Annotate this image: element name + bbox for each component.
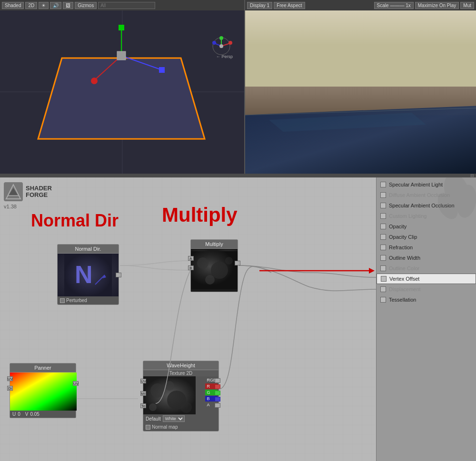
- svg-point-48: [180, 402, 192, 413]
- node-multiply[interactable]: Multiply A B: [190, 239, 238, 292]
- sf-logo-svg: [4, 182, 23, 201]
- panel-label-4: Opacity: [389, 224, 407, 229]
- image-icon[interactable]: 🖼: [63, 2, 73, 9]
- svg-marker-3: [38, 58, 205, 139]
- waveheight-normalmap[interactable]: Normal map: [143, 423, 218, 431]
- label-normal-dir: Normal Dir: [31, 211, 119, 231]
- panel-item-refraction[interactable]: Refraction: [377, 242, 476, 253]
- waveheight-uv-port: UV: [140, 379, 146, 383]
- panner-uv-out: UV: [73, 381, 79, 386]
- panel-item-displacement[interactable]: Displacement: [377, 284, 476, 294]
- panner-svg: [10, 373, 77, 411]
- normaldir-output-port: [116, 273, 121, 277]
- panel-item-tessellation[interactable]: Tessellation: [377, 294, 476, 305]
- panel-item-outline-width[interactable]: Outline Width: [377, 253, 476, 263]
- sun-icon[interactable]: ☀: [39, 2, 49, 9]
- panel-checkbox-2[interactable]: [380, 203, 386, 208]
- svg-rect-11: [117, 51, 126, 60]
- node-normal-dir[interactable]: Normal Dir. N: [57, 244, 119, 305]
- panel-checkbox-5[interactable]: [380, 234, 386, 240]
- scene-search[interactable]: [98, 2, 155, 9]
- panel-checkbox-8[interactable]: [380, 265, 386, 271]
- svg-text:N: N: [75, 261, 93, 288]
- shader-forge-area[interactable]: SHADER FORGE v1.38 Normal Dir Multiply N…: [0, 177, 476, 461]
- panel-checkbox-7[interactable]: [380, 255, 386, 261]
- panel-label-9: Vertex Offset: [389, 276, 419, 282]
- panel-label-11: Tessellation: [389, 297, 416, 303]
- svg-rect-8: [159, 67, 165, 73]
- svg-point-45: [150, 383, 165, 398]
- waveheight-preview-svg: [143, 376, 196, 414]
- sf-version: v1.38: [4, 204, 17, 209]
- normalmap-checkbox[interactable]: [146, 425, 150, 430]
- waveheight-default-select[interactable]: White: [163, 415, 185, 422]
- multiply-port-b: B: [188, 265, 194, 270]
- panel-checkbox-4[interactable]: [380, 224, 386, 229]
- waveheight-b-port: [215, 397, 220, 402]
- svg-point-18: [212, 41, 216, 45]
- panel-label-6: Refraction: [389, 245, 413, 250]
- panel-label-8: Outline Color: [389, 265, 419, 271]
- panel-checkbox-10[interactable]: [380, 286, 386, 292]
- game-toolbar: Display 1 Free Aspect Scale ——— 1x Maxim…: [245, 0, 476, 10]
- waveheight-subheader: Texture 2D: [143, 370, 218, 376]
- panel-checkbox-9[interactable]: [381, 276, 387, 282]
- svg-point-39: [197, 257, 208, 269]
- panel-label-7: Outline Width: [389, 255, 420, 261]
- multiply-preview: [191, 249, 238, 292]
- audio-icon[interactable]: 🔊: [50, 2, 61, 9]
- svg-text:← Persp: ← Persp: [216, 54, 233, 59]
- shading-dropdown[interactable]: Shaded: [2, 2, 24, 9]
- shader-panel: Specular Ambient LightDiffuse Ambient Oc…: [376, 177, 476, 461]
- panner-header: Panner: [10, 363, 76, 373]
- svg-point-49: [149, 403, 157, 411]
- svg-rect-21: [245, 10, 476, 87]
- panel-checkbox-11[interactable]: [380, 297, 386, 303]
- node-waveheight[interactable]: WaveHeight Texture 2D UV MI Te: [143, 361, 219, 432]
- display-dropdown[interactable]: Display 1: [247, 2, 272, 9]
- normaldir-svg: N: [64, 254, 112, 296]
- normaldir-header: Normal Dir.: [58, 245, 119, 254]
- sf-icon: [4, 182, 23, 201]
- svg-point-40: [211, 262, 228, 279]
- panel-label-0: Specular Ambient Light: [389, 182, 443, 187]
- perturbed-checkbox[interactable]: [60, 298, 65, 303]
- panel-checkbox-0[interactable]: [380, 182, 386, 187]
- svg-point-10: [91, 78, 98, 84]
- panel-checkbox-6[interactable]: [380, 245, 386, 250]
- waveheight-a-port: [215, 403, 220, 408]
- panel-label-3: Custom Lighting: [389, 213, 427, 219]
- multiply-svg: [191, 251, 238, 289]
- node-panner[interactable]: Panner UV Di UV: [10, 363, 76, 418]
- panel-item-vertex-offset[interactable]: Vertex Offset: [377, 274, 476, 284]
- mute-btn[interactable]: Mut: [460, 2, 474, 9]
- svg-point-42: [225, 257, 233, 265]
- panner-uv-in: UV: [7, 376, 13, 381]
- waveheight-r-port: [215, 384, 220, 389]
- panner-preview: [10, 373, 76, 411]
- maximize-play-btn[interactable]: Maximize On Play: [415, 2, 459, 9]
- gizmos-dropdown[interactable]: Gizmos: [75, 2, 97, 9]
- svg-point-19: [219, 44, 223, 48]
- panel-checkbox-3[interactable]: [380, 213, 386, 219]
- waveheight-default-row: Default White: [143, 414, 218, 423]
- svg-point-16: [219, 36, 223, 40]
- multiply-port-a: A: [188, 256, 194, 261]
- game-svg: [245, 10, 476, 174]
- panel-label-5: Opacity Clip: [389, 234, 417, 240]
- top-viewports: Shaded 2D ☀ 🔊 🖼 Gizmos: [0, 0, 476, 174]
- panel-checkbox-1[interactable]: [380, 192, 386, 198]
- mode-2d-btn[interactable]: 2D: [25, 2, 37, 9]
- scene-viewport[interactable]: Shaded 2D ☀ 🔊 🖼 Gizmos: [0, 0, 245, 174]
- leaves-decoration: [438, 177, 476, 235]
- aspect-dropdown[interactable]: Free Aspect: [274, 2, 305, 9]
- panel-item-outline-color[interactable]: Outline Color: [377, 263, 476, 274]
- label-multiply: Multiply: [162, 204, 238, 226]
- svg-rect-6: [119, 25, 124, 30]
- scene-svg: ← Persp: [0, 10, 244, 174]
- normaldir-perturbed[interactable]: Perturbed: [58, 296, 119, 304]
- viewport-divider: ⊟: [0, 174, 476, 177]
- waveheight-g-port: [215, 391, 220, 395]
- game-viewport[interactable]: Display 1 Free Aspect Scale ——— 1x Maxim…: [245, 0, 476, 174]
- waveheight-tex-port: Te: [140, 403, 146, 408]
